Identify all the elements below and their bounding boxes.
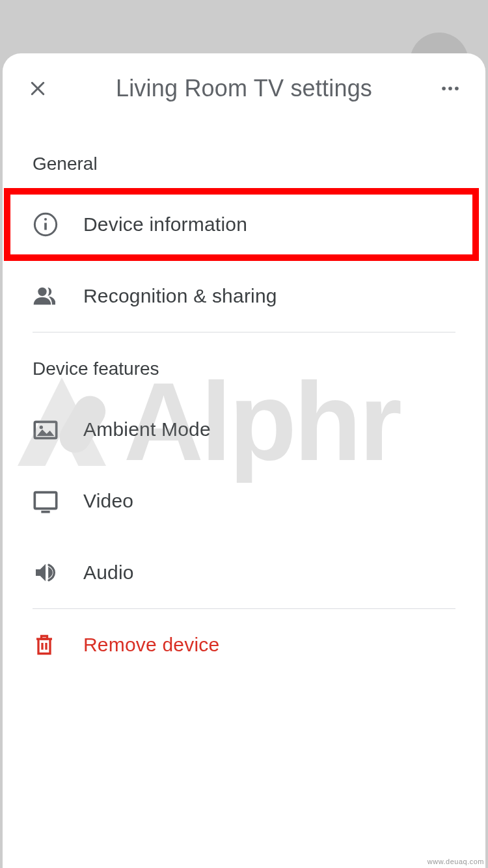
trash-icon [33, 633, 56, 657]
svg-point-3 [448, 87, 452, 90]
image-icon [33, 416, 59, 442]
svg-point-10 [40, 426, 43, 429]
row-label: Audio [83, 562, 134, 584]
row-label: Remove device [83, 634, 219, 656]
more-horizontal-icon [439, 77, 461, 100]
section-header-general: General [3, 121, 485, 189]
row-label: Ambient Mode [83, 418, 211, 441]
people-icon [33, 283, 59, 309]
row-remove-device[interactable]: Remove device [3, 609, 485, 681]
settings-sheet: Living Room TV settings General Device i… [3, 53, 485, 868]
row-video[interactable]: Video [3, 465, 485, 537]
svg-point-2 [442, 87, 446, 90]
more-options-button[interactable] [435, 73, 466, 104]
sheet-header: Living Room TV settings [3, 53, 485, 121]
svg-point-7 [44, 218, 47, 221]
row-label: Video [83, 490, 133, 512]
tv-icon [33, 488, 59, 514]
row-device-information[interactable]: Device information [3, 189, 485, 260]
row-ambient-mode[interactable]: Ambient Mode [3, 394, 485, 465]
info-icon [33, 211, 59, 237]
row-audio[interactable]: Audio [3, 537, 485, 608]
source-url: www.deuaq.com [427, 858, 484, 865]
svg-point-4 [455, 87, 459, 90]
volume-icon [33, 560, 59, 586]
row-label: Device information [83, 213, 247, 236]
row-label: Recognition & sharing [83, 285, 277, 307]
svg-rect-11 [34, 493, 56, 509]
close-button[interactable] [22, 73, 53, 104]
page-title: Living Room TV settings [53, 75, 435, 102]
row-recognition-sharing[interactable]: Recognition & sharing [3, 260, 485, 332]
section-header-device-features: Device features [3, 332, 485, 394]
svg-point-8 [38, 288, 46, 296]
close-icon [28, 79, 47, 98]
